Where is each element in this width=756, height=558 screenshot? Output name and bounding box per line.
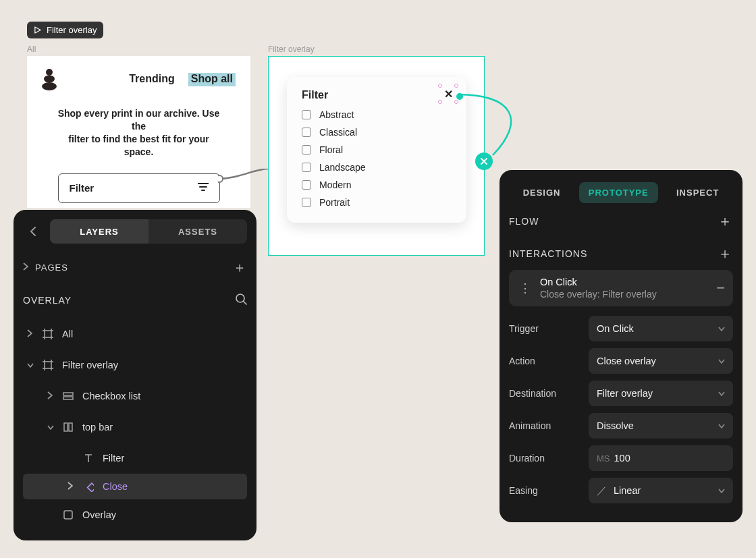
inspector-tabs: DESIGN PROTOTYPE INSPECT	[509, 179, 733, 205]
svg-rect-12	[64, 511, 72, 519]
chevron-down-icon	[47, 425, 54, 430]
list-icon	[62, 391, 74, 401]
tab-inspect[interactable]: INSPECT	[667, 182, 728, 203]
layer-top-bar[interactable]: top bar	[23, 412, 247, 443]
list-item: Abstract	[302, 109, 452, 120]
checkbox[interactable]	[302, 180, 311, 190]
layer-overlay[interactable]: · Overlay	[23, 499, 247, 530]
svg-rect-11	[88, 483, 94, 492]
svg-point-2	[42, 82, 57, 90]
svg-rect-10	[69, 423, 72, 431]
select-trigger[interactable]: On Click	[589, 316, 733, 341]
chevron-right-icon	[27, 329, 32, 337]
chevron-down-icon	[718, 485, 725, 496]
checkbox[interactable]	[302, 128, 311, 137]
svg-point-4	[236, 294, 244, 302]
close-button[interactable]: ✕	[442, 88, 454, 100]
play-icon	[34, 26, 41, 34]
drag-handle-icon[interactable]: ⋮	[517, 277, 532, 300]
select-action[interactable]: Close overlay	[589, 348, 733, 374]
checkbox-list: Abstract Classical Floral Landscape Mode…	[302, 109, 452, 208]
chevron-down-icon	[718, 420, 725, 431]
layer-filter-overlay[interactable]: Filter overlay	[23, 350, 247, 381]
filter-button-label: Filter	[70, 182, 94, 194]
nav-trending: Trending	[129, 73, 175, 86]
list-item: Portrait	[302, 197, 452, 208]
close-connection-badge[interactable]	[475, 152, 493, 170]
svg-rect-9	[64, 423, 68, 431]
checkbox[interactable]	[302, 145, 311, 155]
add-interaction-button[interactable]: ＋	[718, 244, 733, 264]
frame-selection-label[interactable]: Filter overlay	[27, 22, 103, 38]
tab-design[interactable]: DESIGN	[514, 182, 570, 203]
layer-tree: All Filter overlay Checkbox list top bar…	[23, 318, 247, 530]
search-button[interactable]	[235, 293, 247, 308]
chevron-left-icon	[30, 227, 36, 236]
chevron-right-icon[interactable]	[23, 262, 30, 273]
text-icon	[82, 453, 94, 464]
frame-icon	[42, 329, 54, 339]
filter-button[interactable]: Filter	[58, 173, 220, 203]
layer-filter-text[interactable]: · Filter	[23, 443, 247, 474]
canvas-frame-filter-overlay[interactable]: Filter ✕ Abstract Classical Floral Lands…	[268, 56, 485, 256]
select-destination[interactable]: Filter overlay	[589, 381, 733, 406]
svg-point-0	[46, 69, 53, 76]
section-interactions-label: INTERACTIONS	[509, 248, 587, 259]
layer-all[interactable]: All	[23, 318, 247, 350]
chevron-down-icon	[718, 323, 725, 334]
checkbox[interactable]	[302, 198, 311, 207]
brand-logo	[42, 68, 57, 91]
filter-card-title: Filter	[302, 89, 452, 101]
select-easing[interactable]: ／ Linear	[589, 478, 733, 503]
add-flow-button[interactable]: ＋	[718, 211, 733, 231]
interaction-subtitle: Close overlay: Filter overlay	[540, 289, 657, 300]
back-button[interactable]	[23, 221, 43, 242]
hero-copy: Shop every print in our archive. Use the…	[27, 91, 250, 159]
collapse-button[interactable]: −	[716, 279, 725, 297]
columns-icon	[62, 422, 74, 433]
checkbox[interactable]	[302, 163, 311, 172]
label-trigger: Trigger	[509, 323, 582, 334]
close-icon: ✕	[444, 88, 453, 101]
label-duration: Duration	[509, 453, 582, 464]
checkbox[interactable]	[302, 110, 311, 119]
chevron-down-icon	[718, 388, 725, 399]
list-item: Landscape	[302, 162, 452, 173]
tab-layers[interactable]: LAYERS	[50, 219, 148, 244]
layer-checkbox-list[interactable]: Checkbox list	[23, 381, 247, 412]
tab-prototype[interactable]: PROTOTYPE	[579, 182, 658, 203]
layer-close[interactable]: Close	[23, 474, 247, 499]
tab-assets[interactable]: ASSETS	[148, 219, 247, 244]
interaction-title: On Click	[540, 277, 657, 287]
label-animation: Animation	[509, 420, 582, 431]
interaction-card[interactable]: ⋮ On Click Close overlay: Filter overlay…	[509, 270, 733, 306]
svg-rect-6	[45, 362, 51, 368]
chevron-down-icon	[27, 363, 34, 368]
label-destination: Destination	[509, 388, 582, 399]
list-item: Classical	[302, 127, 452, 138]
add-page-button[interactable]: ＋	[233, 258, 247, 277]
linear-icon: ／	[597, 484, 607, 497]
list-item: Modern	[302, 179, 452, 190]
panel-segmented-control: LAYERS ASSETS	[50, 219, 247, 244]
label-easing: Easing	[509, 485, 582, 496]
svg-rect-7	[63, 393, 73, 395]
list-item: Floral	[302, 144, 452, 155]
connection-handle[interactable]	[456, 93, 463, 100]
frame-label-all: All	[27, 45, 36, 54]
input-duration[interactable]: MS 100	[589, 445, 733, 471]
section-flow-label: FLOW	[509, 216, 539, 227]
frame-icon	[42, 360, 54, 370]
canvas-frame-all[interactable]: Trending Shop all Shop every print in ou…	[27, 56, 250, 208]
filter-card: Filter ✕ Abstract Classical Floral Lands…	[287, 77, 466, 223]
rect-icon	[62, 509, 74, 520]
pages-label[interactable]: PAGES	[35, 262, 68, 273]
overlay-section-label: OVERLAY	[23, 295, 72, 306]
select-animation[interactable]: Dissolve	[589, 413, 733, 439]
nav-shop-all: Shop all	[188, 73, 236, 86]
chevron-right-icon	[68, 482, 73, 490]
frame-selection-text: Filter overlay	[47, 25, 97, 35]
inspector-panel: DESIGN PROTOTYPE INSPECT FLOW ＋ INTERACT…	[500, 170, 742, 522]
svg-rect-8	[63, 397, 73, 399]
layers-panel: LAYERS ASSETS PAGES ＋ OVERLAY All Filter…	[14, 210, 256, 540]
